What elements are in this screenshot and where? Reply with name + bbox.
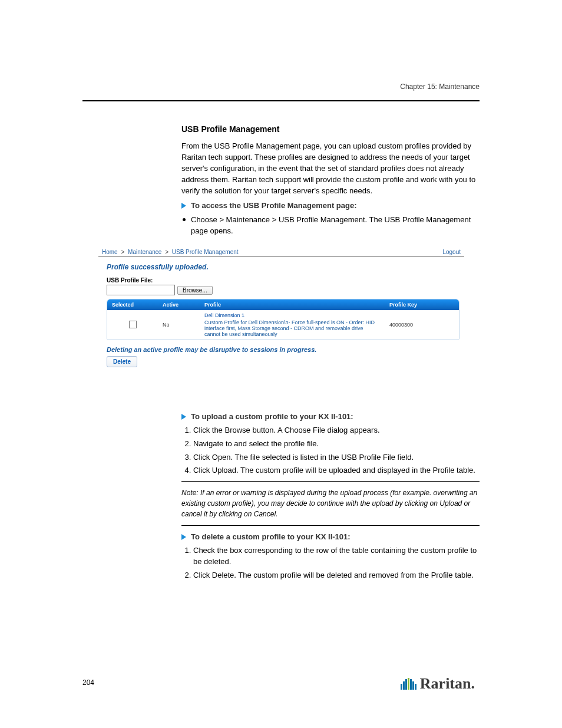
- cell-key: 40000300: [385, 310, 459, 340]
- status-message: Profile successfully uploaded.: [107, 263, 464, 271]
- section-heading: USB Profile Management: [181, 123, 480, 135]
- procedure-3-text: To delete a custom profile to your KX II…: [191, 532, 351, 541]
- profile-title: Dell Dimension 1: [204, 312, 380, 318]
- procedure-2-text: To upload a custom profile to your KX II…: [191, 412, 353, 421]
- header-rule: [82, 100, 480, 101]
- browse-button[interactable]: Browse...: [177, 286, 213, 295]
- brand-name: Raritan.: [420, 675, 475, 693]
- breadcrumb: Home > Maintenance > USB Profile Managem…: [102, 249, 239, 255]
- note-rule-top: [181, 481, 480, 482]
- list-item: Navigate to and select the profile file.: [193, 439, 480, 450]
- procedure-heading-2: To upload a custom profile to your KX II…: [181, 411, 480, 423]
- logo-bars-icon: [401, 678, 416, 690]
- play-icon: [181, 203, 186, 209]
- play-icon: [181, 534, 186, 540]
- col-key: Profile Key: [385, 299, 459, 310]
- col-selected: Selected: [107, 299, 158, 310]
- note-text: Note: If an error or warning is displaye…: [181, 484, 480, 523]
- col-active: Active: [158, 299, 200, 310]
- brand-logo: Raritan.: [401, 675, 475, 693]
- page-number: 204: [82, 678, 94, 687]
- breadcrumb-home[interactable]: Home: [102, 249, 118, 255]
- list-item: Click the Browse button. A Choose File d…: [193, 425, 480, 436]
- col-profile: Profile: [200, 299, 385, 310]
- play-icon: [181, 414, 186, 420]
- row-select-checkbox[interactable]: [129, 321, 137, 328]
- procedures-block: To upload a custom profile to your KX II…: [181, 408, 480, 586]
- chapter-header: Chapter 15: Maintenance: [400, 83, 480, 91]
- list-item: Click Delete. The custom profile will be…: [193, 570, 480, 581]
- profile-desc: Custom Profile for Dell Dimension\n- For…: [204, 319, 375, 337]
- intro-block: USB Profile Management From the USB Prof…: [181, 121, 480, 241]
- note-rule-bottom: [181, 525, 480, 526]
- breadcrumb-maintenance[interactable]: Maintenance: [128, 249, 161, 255]
- usb-profile-screenshot: Home > Maintenance > USB Profile Managem…: [98, 248, 464, 395]
- procedure-1-text: To access the USB Profile Management pag…: [191, 201, 357, 210]
- intro-paragraph: From the USB Profile Management page, yo…: [181, 141, 480, 196]
- procedure-1-step: Choose > Maintenance > USB Profile Manag…: [181, 215, 480, 237]
- list-item: Check the box corresponding to the row o…: [193, 545, 480, 568]
- delete-button[interactable]: Delete: [107, 356, 137, 367]
- usb-profile-file-input[interactable]: [107, 285, 175, 295]
- list-item: Click Upload. The custom profile will be…: [193, 465, 480, 476]
- procedure-heading-1: To access the USB Profile Management pag…: [181, 200, 480, 212]
- delete-steps: Check the box corresponding to the row o…: [181, 545, 480, 581]
- file-field-label: USB Profile File:: [107, 277, 153, 284]
- cell-active: No: [158, 310, 200, 340]
- breadcrumb-bar: Home > Maintenance > USB Profile Managem…: [98, 248, 464, 257]
- list-item: Click Open. The file selected is listed …: [193, 452, 480, 463]
- delete-warning: Deleting an active profile may be disrup…: [107, 346, 464, 353]
- logout-link[interactable]: Logout: [442, 249, 461, 255]
- note-block: Note: If an error or warning is displaye…: [181, 481, 480, 526]
- procedure-heading-3: To delete a custom profile to your KX II…: [181, 532, 480, 543]
- breadcrumb-current: USB Profile Management: [172, 249, 239, 255]
- cell-profile: Dell Dimension 1 Custom Profile for Dell…: [200, 310, 385, 340]
- upload-steps: Click the Browse button. A Choose File d…: [181, 425, 480, 476]
- profile-table: Selected Active Profile Profile Key No D…: [107, 299, 459, 340]
- table-row: No Dell Dimension 1 Custom Profile for D…: [107, 310, 459, 340]
